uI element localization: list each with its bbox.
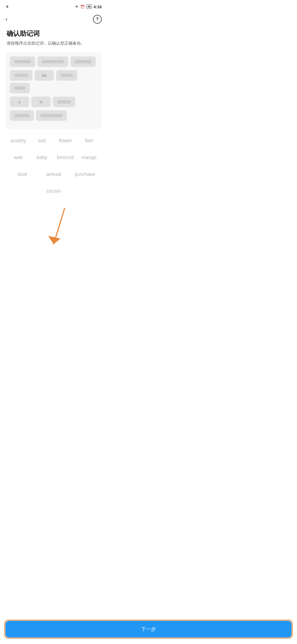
word-option-feel[interactable]: feel — [77, 136, 101, 146]
mnemonic-chip-2-4[interactable] — [10, 83, 30, 93]
mnemonic-row-4 — [10, 110, 97, 121]
status-bar: ✈ 👁 ⏰ 48 4:16 — [0, 0, 107, 12]
mnemonic-chip-4-1[interactable] — [10, 110, 34, 121]
annotation-area — [0, 203, 107, 258]
arrow-annotation — [37, 203, 78, 252]
word-options-row-3: dust annual purchase — [7, 169, 101, 179]
word-option-cousin[interactable]: cousin — [7, 186, 101, 196]
eye-icon: 👁 — [75, 5, 79, 9]
page-header: 确认助记词 请按顺序点击助记词，以确认您正确备份。 — [0, 26, 107, 52]
page-title: 确认助记词 — [7, 29, 101, 38]
mnemonic-chip-2-3[interactable] — [56, 70, 77, 81]
word-options-row-1: anxiety suit flower feel — [7, 136, 101, 146]
mnemonic-row-2: ba — [10, 70, 97, 93]
mnemonic-chip-2-2[interactable]: ba — [35, 70, 54, 81]
nav-bar: ‹ ? — [0, 12, 107, 26]
clock-icon: ⏰ — [80, 5, 85, 9]
word-option-baby[interactable]: baby — [30, 152, 54, 163]
page-subtitle: 请按顺序点击助记词，以确认您正确备份。 — [7, 40, 101, 47]
word-option-mango[interactable]: mango — [77, 152, 101, 163]
time-display: 4:16 — [94, 4, 102, 9]
status-right: 👁 ⏰ 48 4:16 — [75, 4, 102, 9]
airplane-icon: ✈ — [6, 4, 9, 9]
word-option-dust[interactable]: dust — [7, 169, 38, 179]
mnemonic-row-3: y w — [10, 97, 97, 107]
word-option-suit[interactable]: suit — [30, 136, 54, 146]
word-option-purchase[interactable]: purchase — [69, 169, 101, 179]
mnemonic-chip-1-2[interactable] — [37, 56, 68, 67]
word-options-row-2: wait baby broccoli mango — [7, 152, 101, 163]
mnemonic-chip-2-1[interactable] — [10, 70, 32, 81]
word-option-flower[interactable]: flower — [54, 136, 77, 146]
status-left: ✈ — [6, 4, 9, 9]
mnemonic-chip-3-3[interactable] — [53, 97, 75, 107]
mnemonic-chip-4-2[interactable] — [36, 110, 67, 121]
help-button[interactable]: ? — [93, 15, 102, 24]
svg-marker-1 — [48, 236, 61, 244]
word-option-wait[interactable]: wait — [7, 152, 30, 163]
word-option-broccoli[interactable]: broccoli — [54, 152, 77, 163]
word-options: anxiety suit flower feel wait baby brocc… — [0, 136, 107, 196]
mnemonic-chip-3-2[interactable]: w — [31, 97, 51, 107]
word-options-row-4: cousin — [7, 186, 101, 196]
mnemonic-row-1 — [10, 56, 97, 67]
mnemonic-card: ba y w — [6, 52, 102, 129]
back-button[interactable]: ‹ — [6, 16, 7, 22]
word-option-annual[interactable]: annual — [38, 169, 69, 179]
word-option-anxiety[interactable]: anxiety — [7, 136, 30, 146]
battery-indicator: 48 — [86, 4, 92, 9]
mnemonic-chip-1-1[interactable] — [10, 56, 35, 67]
mnemonic-chip-1-3[interactable] — [70, 56, 96, 67]
mnemonic-chip-3-1[interactable]: y — [10, 97, 29, 107]
